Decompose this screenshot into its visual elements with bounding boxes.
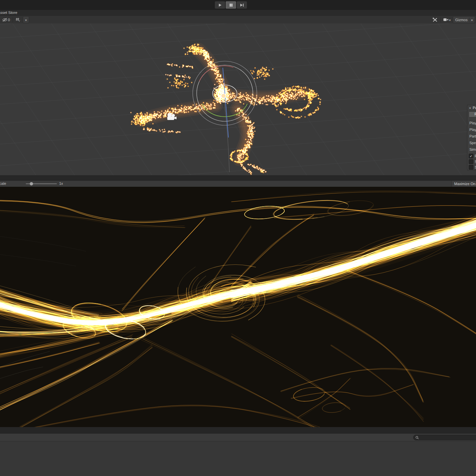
scene-tools-button[interactable] <box>431 16 439 23</box>
scale-slider-knob[interactable] <box>30 182 33 185</box>
step-button[interactable] <box>237 1 247 9</box>
divider <box>469 18 469 22</box>
search-box <box>413 435 476 440</box>
particle-pause-button[interactable]: Pause <box>469 111 476 117</box>
field-playback-time: Playback Time <box>469 126 476 133</box>
field-particles: Particles <box>469 133 476 139</box>
play-icon <box>218 3 222 7</box>
tab-asset-store[interactable]: Asset Store <box>0 11 17 15</box>
maximize-on-play-button[interactable]: Maximize On Play <box>452 181 476 187</box>
chevron-down-icon <box>25 18 27 22</box>
checkbox-resimulate[interactable]: Resimulate <box>469 153 476 159</box>
game-toolbar: Scale 1x Maximize On Play <box>0 181 476 187</box>
chevron-down-icon <box>449 18 451 22</box>
step-forward-icon <box>240 3 244 7</box>
pause-button[interactable] <box>226 1 236 9</box>
camera-dropdown-button[interactable] <box>442 16 453 23</box>
particle-effect-panel: Particle Effect Pause Playback Speed Pla… <box>467 105 476 170</box>
svg-text:Y: Y <box>19 20 20 22</box>
checkbox-icon[interactable] <box>469 159 473 164</box>
hidden-objects-count: 0 <box>8 18 10 22</box>
field-simulate-layers: Simulate Layers <box>469 146 476 153</box>
field-playback-speed: Playback Speed <box>469 120 476 126</box>
checkbox-show-bounds[interactable]: Show Bounds <box>469 159 476 164</box>
project-panel <box>0 441 476 476</box>
game-tab-strip <box>0 175 476 181</box>
chevron-down-icon <box>471 18 473 22</box>
scale-label: Scale <box>0 181 6 185</box>
divider <box>440 17 441 22</box>
checkbox-icon[interactable] <box>469 154 473 158</box>
unity-editor-window: Asset Store 0 Y <box>0 0 476 476</box>
gizmos-dropdown[interactable]: Gizmos <box>453 16 475 23</box>
scene-tab-bar: Asset Store <box>0 10 476 16</box>
checkbox-icon[interactable] <box>469 165 473 170</box>
checkbox-label: Show Only Selected <box>475 165 476 169</box>
grid-icon: Y <box>16 18 20 22</box>
field-speed-range: Speed Range <box>469 139 476 146</box>
grid-visibility-button[interactable]: Y <box>14 16 22 23</box>
eye-off-icon <box>2 18 7 22</box>
checkbox-label: Show Bounds <box>475 160 476 164</box>
playback-controls <box>215 1 247 9</box>
game-viewport-canvas[interactable] <box>0 187 476 427</box>
gizmos-label: Gizmos <box>455 18 467 22</box>
grid-dropdown-button[interactable] <box>23 16 29 23</box>
checkbox-label: Resimulate <box>475 154 476 158</box>
checkbox-show-only-selected[interactable]: Show Only Selected <box>469 165 476 170</box>
hidden-objects-toggle[interactable]: 0 <box>1 16 12 23</box>
particle-effect-panel-title[interactable]: Particle Effect <box>467 105 476 111</box>
scene-toolbar: 0 Y <box>0 16 476 24</box>
camera-icon <box>443 18 449 21</box>
scene-viewport-canvas[interactable] <box>0 23 476 175</box>
divider <box>13 17 13 22</box>
scale-value: 1x <box>59 181 63 185</box>
tools-icon <box>432 18 438 22</box>
search-input[interactable] <box>420 435 474 440</box>
play-button[interactable] <box>215 1 225 9</box>
search-icon <box>416 436 419 439</box>
project-toolbar <box>0 434 476 441</box>
playbar <box>0 0 476 10</box>
pause-icon <box>229 3 233 7</box>
bottom-strip <box>0 427 476 434</box>
